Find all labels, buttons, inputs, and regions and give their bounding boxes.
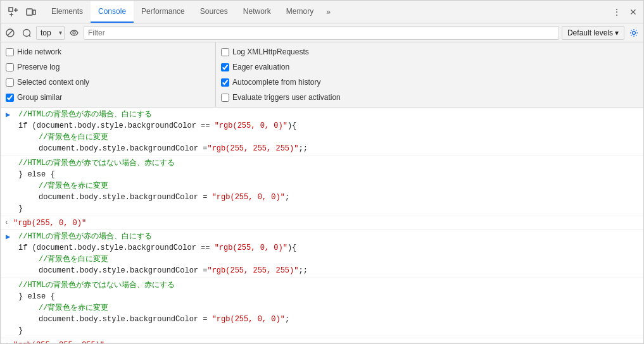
- code-line: //背景色を赤に変更: [18, 180, 638, 192]
- entry-content-2: //HTMLの背景色が赤の場合、白にする if (document.body.s…: [18, 231, 643, 276]
- option-preserve-log: Preserve log: [6, 60, 210, 74]
- console-content[interactable]: ▶ //HTMLの背景色が赤の場合、白にする if (document.body…: [1, 108, 643, 343]
- code-line: document.body.style.backgroundColor = "r…: [18, 314, 638, 325]
- inspect-icon[interactable]: [6, 4, 21, 20]
- code-line: } else {: [18, 169, 638, 180]
- option-hide-network: Hide network: [6, 45, 210, 59]
- result-arrow-2: ‹: [1, 340, 13, 343]
- result-entry-2: ‹ "rgb(255, 255, 255)": [1, 338, 643, 343]
- tab-overflow-icon[interactable]: »: [321, 1, 336, 23]
- group-similar-label: Group similar: [17, 93, 62, 102]
- entry-prefix-2: ▶: [1, 231, 18, 242]
- more-options-icon[interactable]: ⋮: [609, 4, 624, 20]
- console-entry-1-cont: //HTMLの背景色が赤ではない場合、赤にする } else { //背景色を赤…: [1, 156, 643, 216]
- code-line: //HTMLの背景色が赤の場合、白にする: [18, 231, 638, 242]
- option-eval-triggers: Evaluate triggers user activation: [221, 90, 341, 104]
- eager-eval-checkbox[interactable]: [221, 63, 229, 71]
- svg-rect-2: [33, 10, 35, 15]
- eval-triggers-checkbox[interactable]: [221, 94, 229, 102]
- code-line: }: [18, 325, 638, 336]
- tab-sources[interactable]: Sources: [193, 1, 236, 23]
- preserve-log-checkbox[interactable]: [6, 63, 14, 71]
- tab-console[interactable]: Console: [91, 1, 134, 23]
- code-line: document.body.style.backgroundColor ="rg…: [18, 143, 638, 154]
- option-autocomplete: Autocomplete from history: [221, 75, 341, 89]
- tab-elements[interactable]: Elements: [44, 1, 91, 23]
- top-bar-icons: [1, 4, 44, 20]
- selected-context-checkbox[interactable]: [6, 78, 14, 87]
- devtools-window: Elements Console Performance Sources Net…: [0, 0, 644, 344]
- result-value-1: "rgb(255, 0, 0)": [13, 218, 86, 228]
- console-entry-2-cont: //HTMLの背景色が赤ではない場合、赤にする } else { //背景色を赤…: [1, 278, 643, 338]
- default-levels-btn[interactable]: Default levels ▾: [562, 26, 624, 40]
- result-value-2: "rgb(255, 255, 255)": [13, 340, 104, 343]
- context-selector[interactable]: top: [36, 26, 65, 40]
- code-line: //背景色を白に変更: [18, 132, 638, 143]
- eye-icon[interactable]: [67, 26, 81, 40]
- console-entry-2: ▶ //HTMLの背景色が赤の場合、白にする if (document.body…: [1, 230, 643, 278]
- filter-input[interactable]: [84, 26, 559, 40]
- code-line: }: [18, 203, 638, 214]
- code-line: if (document.body.style.backgroundColor …: [18, 242, 638, 254]
- preserve-log-label: Preserve log: [17, 63, 60, 71]
- entry-prefix-2-cont: [1, 280, 18, 281]
- svg-point-7: [73, 32, 75, 34]
- option-log-xmlhttp: Log XMLHttpRequests: [221, 45, 341, 59]
- option-eager-eval: Eager evaluation: [221, 60, 341, 74]
- eager-eval-label: Eager evaluation: [232, 63, 289, 71]
- svg-line-4: [8, 30, 13, 35]
- context-selector-wrapper[interactable]: top ▾: [36, 26, 65, 40]
- entry-content-1: //HTMLの背景色が赤の場合、白にする if (document.body.s…: [18, 109, 643, 154]
- filter-icon[interactable]: [20, 26, 34, 40]
- tabs: Elements Console Performance Sources Net…: [44, 1, 609, 23]
- hide-network-label: Hide network: [17, 47, 61, 56]
- levels-arrow-icon: ▾: [615, 28, 619, 37]
- settings-icon[interactable]: [627, 26, 641, 40]
- entry-content-2-cont: //HTMLの背景色が赤ではない場合、赤にする } else { //背景色を赤…: [18, 280, 643, 336]
- close-icon[interactable]: ✕: [626, 4, 641, 20]
- entry-prefix-1: ▶: [1, 109, 18, 120]
- code-line: //背景色を赤に変更: [18, 302, 638, 314]
- console-toolbar: top ▾ Default levels ▾: [1, 23, 643, 42]
- hide-network-checkbox[interactable]: [6, 48, 14, 56]
- svg-point-8: [633, 31, 636, 34]
- top-bar-actions: ⋮ ✕: [609, 4, 643, 20]
- entry-content-1-cont: //HTMLの背景色が赤ではない場合、赤にする } else { //背景色を赤…: [18, 157, 643, 214]
- code-line: document.body.style.backgroundColor ="rg…: [18, 265, 638, 276]
- options-right-col: Log XMLHttpRequests Eager evaluation Aut…: [216, 42, 346, 107]
- code-line: //HTMLの背景色が赤ではない場合、赤にする: [18, 280, 638, 291]
- svg-rect-0: [9, 8, 13, 11]
- tab-memory[interactable]: Memory: [279, 1, 321, 23]
- options-bar: Hide network Preserve log Selected conte…: [1, 42, 643, 108]
- tab-network[interactable]: Network: [236, 1, 279, 23]
- code-line: } else {: [18, 291, 638, 302]
- entry-prefix-cont: [1, 157, 18, 159]
- log-xmlhttp-label: Log XMLHttpRequests: [232, 47, 309, 56]
- group-similar-checkbox[interactable]: [6, 94, 14, 102]
- code-line: //背景色を白に変更: [18, 254, 638, 265]
- svg-line-6: [29, 35, 30, 37]
- clear-console-icon[interactable]: [3, 26, 17, 40]
- option-selected-context: Selected context only: [6, 75, 210, 89]
- svg-point-5: [23, 29, 30, 36]
- top-bar: Elements Console Performance Sources Net…: [1, 1, 643, 23]
- autocomplete-label: Autocomplete from history: [232, 78, 320, 87]
- svg-rect-1: [27, 9, 32, 15]
- tab-performance[interactable]: Performance: [134, 1, 193, 23]
- code-line: //HTMLの背景色が赤ではない場合、赤にする: [18, 157, 638, 169]
- options-left-col: Hide network Preserve log Selected conte…: [1, 42, 216, 107]
- result-arrow-1: ‹: [1, 218, 13, 226]
- code-line: //HTMLの背景色が赤の場合、白にする: [18, 109, 638, 120]
- result-entry-1: ‹ "rgb(255, 0, 0)": [1, 216, 643, 230]
- eval-triggers-label: Evaluate triggers user activation: [232, 93, 341, 102]
- option-group-similar: Group similar: [6, 90, 210, 104]
- device-toggle-icon[interactable]: [23, 4, 39, 20]
- selected-context-label: Selected context only: [17, 78, 89, 87]
- code-line: if (document.body.style.backgroundColor …: [18, 120, 638, 132]
- levels-label: Default levels: [567, 28, 613, 37]
- console-entry-1: ▶ //HTMLの背景色が赤の場合、白にする if (document.body…: [1, 108, 643, 156]
- log-xmlhttp-checkbox[interactable]: [221, 48, 229, 56]
- autocomplete-checkbox[interactable]: [221, 78, 229, 87]
- code-line: document.body.style.backgroundColor = "r…: [18, 192, 638, 203]
